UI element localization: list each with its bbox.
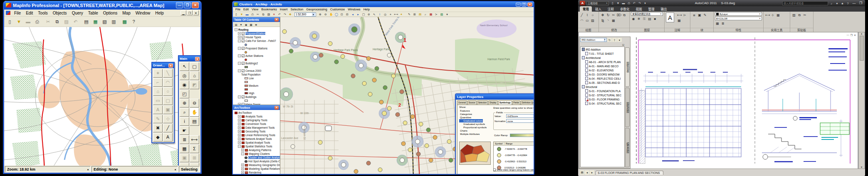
- expander-icon[interactable]: [238, 103, 241, 105]
- ribbon-tab[interactable]: 插入: [592, 6, 604, 12]
- expander-icon[interactable]: [241, 149, 244, 152]
- normalization-combo[interactable]: none▼: [506, 119, 534, 123]
- paste-button[interactable]: ▨: [62, 17, 71, 26]
- new-drawing-button[interactable]: ▯: [610, 1, 615, 5]
- toc-layer-item[interactable]: Routing: [234, 28, 280, 32]
- toolbox-item[interactable]: Modeling Spatial Relationships: [234, 167, 280, 171]
- reshape-button[interactable]: ✎: [153, 115, 163, 123]
- new-table-button[interactable]: ▯: [5, 17, 14, 26]
- restore-button[interactable]: ❐: [858, 1, 863, 5]
- layer-visibility-checkbox[interactable]: [242, 36, 245, 39]
- save-button[interactable]: ▬: [245, 12, 250, 17]
- qat-more-button[interactable]: ▾: [643, 1, 648, 5]
- layout-prev-button[interactable]: ◂: [585, 170, 589, 175]
- toc-layer-item[interactable]: [234, 88, 280, 91]
- undo-button[interactable]: ↶: [632, 1, 637, 5]
- workspace-combo[interactable]: 三维建模▼: [586, 1, 609, 5]
- toc-layer-item[interactable]: High: [234, 91, 280, 95]
- insert-block-button[interactable]: ⧈: [692, 12, 697, 17]
- fillet-button[interactable]: ◝: [606, 18, 611, 23]
- arctoolbox-window-button[interactable]: ▦: [428, 12, 433, 17]
- dialog-tab[interactable]: General: [457, 100, 467, 105]
- layer-visibility-checkbox[interactable]: [242, 47, 245, 50]
- list-by-source-button[interactable]: ▼: [239, 22, 243, 27]
- expander-icon[interactable]: [238, 141, 241, 144]
- sheet-item[interactable]: A-01 - MAIN AND SECO: [581, 64, 624, 68]
- open-table-button[interactable]: ▼: [15, 17, 23, 26]
- expander-icon[interactable]: [241, 164, 244, 166]
- expander-icon[interactable]: [238, 69, 241, 72]
- status-zoom[interactable]: Zoom: 18.92 km▴: [5, 166, 91, 172]
- clear-selection-button[interactable]: ⊘: [366, 12, 371, 17]
- invert-selection-button[interactable]: ◩: [190, 81, 199, 89]
- boundary-select-button[interactable]: ◉: [180, 81, 189, 89]
- layer-visibility-checkbox[interactable]: [242, 103, 245, 105]
- line-button[interactable]: ╱: [579, 12, 584, 17]
- expander-icon[interactable]: [238, 47, 241, 50]
- communication-center-button[interactable]: ✦: [835, 1, 839, 5]
- layer-state-combo[interactable]: 未保存的图层状态▼: [631, 12, 663, 16]
- layer-visibility-checkbox[interactable]: [242, 62, 245, 65]
- select-button[interactable]: ↖: [180, 62, 189, 71]
- symbology-row[interactable]: -7.826674 - -3.694778 -7.826674 - -3.694…: [494, 146, 534, 152]
- toc-layer-item[interactable]: Medium: [234, 84, 280, 88]
- viewport-restore-button[interactable]: ❐: [851, 34, 853, 37]
- fixed-zoom-in-button[interactable]: ⊡: [339, 12, 344, 17]
- expander-icon[interactable]: [238, 36, 241, 39]
- erase-button[interactable]: ⌦: [616, 12, 621, 17]
- expander-icon[interactable]: [238, 115, 241, 118]
- close-button[interactable]: ✕: [192, 2, 199, 8]
- panel-label[interactable]: 注释: [665, 28, 690, 32]
- sheet-item[interactable]: A-03 - DOORS WINDOW: [581, 72, 624, 76]
- text-button[interactable]: A: [153, 105, 163, 114]
- expander-icon[interactable]: [238, 62, 241, 65]
- info-button[interactable]: i: [180, 117, 189, 126]
- dialog-titlebar[interactable]: Layer Properties ? ✕: [456, 94, 534, 100]
- expander-icon[interactable]: [238, 130, 241, 133]
- search-input[interactable]: [782, 1, 828, 5]
- go-forward-extent-button[interactable]: ▸: [356, 12, 361, 17]
- new-browser-button[interactable]: ▤: [82, 17, 91, 26]
- plot-button[interactable]: ⎙: [626, 1, 631, 5]
- sheet-item[interactable]: S-04 - STRUCTURAL SEC: [581, 101, 624, 105]
- ribbon-tab[interactable]: 参数化: [617, 6, 633, 12]
- sheet-import-button[interactable]: ⇪: [612, 38, 617, 42]
- panel-properties-icon[interactable]: ⊡: [622, 43, 624, 46]
- trim-button[interactable]: ✂: [611, 12, 616, 17]
- layer-visibility-checkbox[interactable]: [242, 54, 245, 57]
- show-list-item[interactable]: Charts: [459, 129, 491, 132]
- model-builder-button[interactable]: ▧: [439, 12, 444, 17]
- sheet-item[interactable]: S-02 - STRUCTURAL SEC: [581, 93, 624, 97]
- status-editing[interactable]: Editing: None▴: [91, 166, 178, 172]
- ellipse-button[interactable]: ○: [163, 87, 173, 96]
- set-target-district-button[interactable]: ▣: [180, 154, 189, 162]
- mdi-close-button[interactable]: ✕: [193, 10, 199, 15]
- line-style-button[interactable]: ╱: [163, 124, 173, 132]
- create-block-button[interactable]: ▣: [697, 12, 702, 17]
- id-point-button[interactable]: ⊹: [770, 12, 775, 17]
- menu-item[interactable]: Insert: [279, 7, 289, 11]
- table-button[interactable]: ▦: [677, 18, 682, 23]
- marquee-select-button[interactable]: ▢: [190, 62, 199, 71]
- maximize-button[interactable]: ❐: [522, 2, 527, 7]
- block-editor-button[interactable]: ✎: [702, 12, 707, 17]
- color-ramp-combo[interactable]: [510, 134, 534, 137]
- toc-layer-item[interactable]: [234, 80, 280, 84]
- copy-button[interactable]: ⧉: [622, 12, 627, 17]
- toolbox-item[interactable]: Cluster and Outlier Analysis (Anseli: [234, 156, 280, 159]
- menu-item[interactable]: Query: [69, 11, 86, 15]
- mapinfo-map-canvas[interactable]: Drawi... ✕ ✶╲⌐◠⌂○▭▢A▣✎⊹✖╱◆A Main ✕ ↖▢◎⌂◉…: [4, 27, 200, 166]
- measure-button[interactable]: ⟷: [393, 12, 398, 17]
- text-style-button[interactable]: A: [163, 133, 173, 142]
- rectangle-button[interactable]: ▭: [153, 96, 163, 105]
- expander-icon[interactable]: [241, 171, 244, 174]
- dialog-tab[interactable]: Fields: [512, 100, 520, 105]
- rectangle-button[interactable]: ▭: [585, 18, 590, 23]
- menu-item[interactable]: Edit: [242, 7, 250, 11]
- panel-label[interactable]: 绘图: [578, 28, 598, 32]
- editor-toolbar-button[interactable]: ✎: [407, 12, 412, 17]
- expander-icon[interactable]: [238, 54, 241, 57]
- dialog-tab[interactable]: Display: [488, 100, 497, 105]
- zoom-out-button[interactable]: ⊖: [190, 99, 199, 108]
- model-tab-button[interactable]: ▤: [580, 170, 584, 175]
